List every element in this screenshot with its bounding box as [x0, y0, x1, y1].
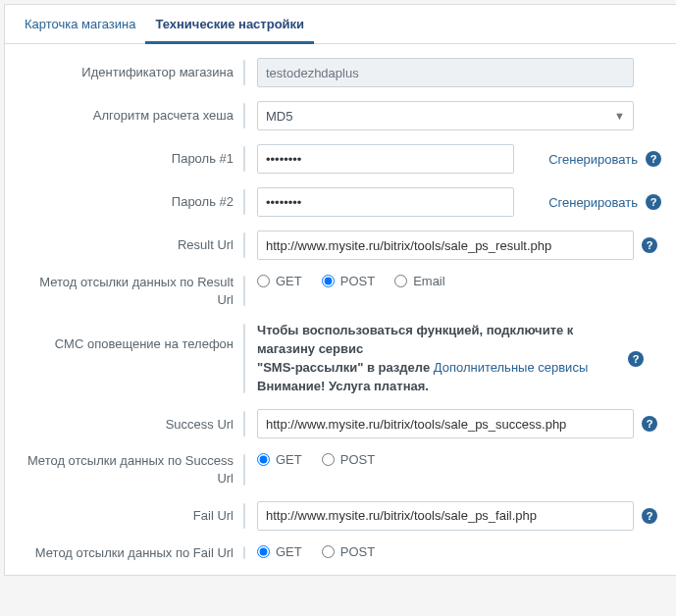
help-icon[interactable]: ? — [646, 151, 661, 167]
password2-input[interactable] — [257, 187, 514, 217]
help-icon[interactable]: ? — [642, 508, 657, 524]
result-method-get[interactable]: GET — [257, 274, 302, 288]
row-hash-algo: Алгоритм расчета хеша MD5 ▼ — [23, 101, 661, 130]
generate-password2-link[interactable]: Сгенерировать — [548, 195, 638, 210]
tab-store-card[interactable]: Карточка магазина — [15, 5, 145, 43]
label-password1: Пароль #1 — [23, 150, 243, 168]
row-password1: Пароль #1 Сгенерировать ? — [23, 144, 661, 174]
help-icon[interactable]: ? — [646, 194, 661, 210]
row-fail-method: Метод отсылки данных по Fail Url GET POS… — [23, 544, 661, 562]
fail-url-input[interactable] — [257, 501, 634, 531]
result-url-input[interactable] — [257, 231, 634, 260]
tabs: Карточка магазина Технические настройки — [5, 5, 676, 44]
radio-input[interactable] — [257, 453, 270, 466]
hash-algo-value: MD5 — [266, 109, 292, 124]
row-result-url: Result Url ? — [23, 231, 661, 260]
radio-input[interactable] — [322, 453, 335, 466]
label-fail-method: Метод отсылки данных по Fail Url — [23, 544, 243, 562]
radio-input[interactable] — [394, 275, 407, 287]
row-fail-url: Fail Url ? — [23, 501, 661, 531]
fail-method-group: GET POST — [257, 544, 375, 559]
success-method-get[interactable]: GET — [257, 452, 302, 467]
radio-input[interactable] — [257, 275, 270, 287]
row-store-id: Идентификатор магазина — [23, 58, 661, 87]
label-hash-algo: Алгоритм расчета хеша — [23, 107, 243, 125]
label-result-method: Метод отсылки данных по Result Url — [23, 274, 243, 308]
row-password2: Пароль #2 Сгенерировать ? — [23, 187, 661, 217]
settings-panel: Карточка магазина Технические настройки … — [4, 4, 676, 576]
success-method-group: GET POST — [257, 452, 375, 467]
label-password2: Пароль #2 — [23, 193, 243, 211]
result-method-post[interactable]: POST — [322, 274, 375, 288]
password1-input[interactable] — [257, 144, 514, 174]
help-icon[interactable]: ? — [628, 351, 644, 367]
fail-method-post[interactable]: POST — [322, 544, 375, 559]
label-success-url: Success Url — [23, 416, 243, 434]
generate-password1-link[interactable]: Сгенерировать — [548, 152, 638, 167]
fail-method-get[interactable]: GET — [257, 544, 302, 559]
row-sms-notify: СМС оповещение на телефон Чтобы воспольз… — [23, 322, 661, 395]
hash-algo-select[interactable]: MD5 ▼ — [257, 101, 634, 130]
label-success-method: Метод отсылки данных по Success Url — [23, 452, 243, 487]
sms-notify-text: Чтобы воспользоваться функцией, подключи… — [257, 322, 620, 395]
chevron-down-icon: ▼ — [614, 110, 625, 122]
row-result-method: Метод отсылки данных по Result Url GET P… — [23, 274, 661, 308]
tab-tech-settings[interactable]: Технические настройки — [145, 5, 314, 44]
label-result-url: Result Url — [23, 236, 243, 254]
row-success-url: Success Url ? — [23, 409, 661, 438]
radio-input[interactable] — [322, 545, 335, 558]
success-url-input[interactable] — [257, 409, 634, 438]
label-store-id: Идентификатор магазина — [23, 64, 243, 81]
label-fail-url: Fail Url — [23, 507, 243, 525]
label-sms-notify: СМС оповещение на телефон — [23, 322, 243, 353]
radio-input[interactable] — [257, 545, 270, 558]
radio-input[interactable] — [322, 275, 335, 287]
result-method-group: GET POST Email — [257, 274, 445, 288]
result-method-email[interactable]: Email — [394, 274, 445, 288]
success-method-post[interactable]: POST — [322, 452, 375, 467]
sms-services-link[interactable]: Дополнительные сервисы — [434, 360, 589, 375]
store-id-input — [257, 58, 634, 87]
row-success-method: Метод отсылки данных по Success Url GET … — [23, 452, 661, 487]
help-icon[interactable]: ? — [642, 237, 657, 253]
help-icon[interactable]: ? — [642, 416, 657, 432]
form-body: Идентификатор магазина Алгоритм расчета … — [5, 44, 676, 575]
